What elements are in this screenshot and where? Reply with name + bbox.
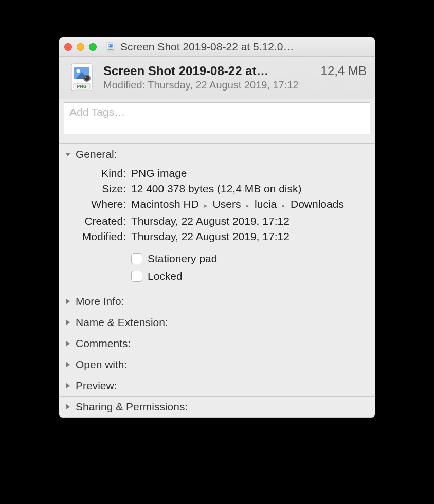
svg-marker-18	[66, 341, 70, 346]
section-header-name-ext[interactable]: Name & Extension:	[59, 312, 375, 333]
section-header-comments[interactable]: Comments:	[59, 333, 375, 354]
tags-input[interactable]	[64, 102, 370, 134]
disclosure-right-icon	[64, 319, 71, 326]
section-title: Sharing & Permissions:	[76, 401, 188, 413]
svg-text:PNG: PNG	[77, 84, 87, 89]
svg-marker-20	[66, 383, 70, 388]
close-icon[interactable]	[64, 43, 72, 51]
info-window: PNG Screen Shot 2019-08-22 at 5.12.0… PN…	[59, 37, 375, 418]
locked-row: Locked	[131, 270, 365, 282]
section-title: Comments:	[76, 337, 131, 350]
titlebar[interactable]: PNG Screen Shot 2019-08-22 at 5.12.0…	[59, 37, 375, 57]
section-title: Preview:	[76, 380, 117, 392]
file-size: 12,4 MB	[321, 64, 367, 78]
section-title: More Info:	[76, 295, 124, 308]
svg-marker-15	[65, 153, 70, 156]
modified-value: Thursday, 22 August 2019, 17:12	[148, 79, 298, 91]
svg-marker-16	[66, 299, 70, 304]
minimize-icon[interactable]	[77, 43, 84, 51]
section-more-info: More Info:	[59, 291, 375, 312]
modified-line: Modified: Thursday, 22 August 2019, 17:1…	[103, 79, 367, 91]
section-title: Name & Extension:	[76, 316, 168, 329]
section-title: General:	[76, 148, 117, 160]
section-header-open-with[interactable]: Open with:	[59, 354, 375, 375]
svg-marker-21	[66, 404, 70, 409]
section-header-general[interactable]: General:	[59, 144, 375, 165]
zoom-icon[interactable]	[89, 43, 97, 51]
stationery-label: Stationery pad	[148, 253, 217, 265]
svg-point-2	[109, 45, 110, 46]
stationery-checkbox[interactable]	[131, 253, 142, 264]
png-file-icon: PNG	[105, 42, 116, 52]
svg-marker-19	[66, 362, 70, 367]
row-size: Size: 12 400 378 bytes (12,4 MB on disk)	[69, 181, 365, 196]
kind-value: PNG image	[131, 166, 365, 181]
section-header-preview[interactable]: Preview:	[59, 375, 375, 396]
section-header-sharing[interactable]: Sharing & Permissions:	[59, 397, 375, 417]
section-general: General: Kind: PNG image Size: 12 400 37…	[59, 143, 375, 291]
section-preview: Preview:	[59, 375, 375, 396]
png-file-icon: PNG	[67, 63, 96, 92]
stationery-row: Stationery pad	[131, 253, 365, 265]
modified-label: Modified:	[103, 79, 145, 91]
disclosure-right-icon	[64, 298, 71, 305]
tags-area	[59, 99, 375, 143]
svg-point-11	[84, 76, 89, 81]
size-label: Size:	[69, 181, 126, 196]
size-value: 12 400 378 bytes (12,4 MB on disk)	[131, 181, 365, 196]
path-segment: lucia	[255, 198, 277, 210]
row-modified: Modified: Thursday, 22 August 2019, 17:1…	[69, 229, 365, 244]
section-open-with: Open with:	[59, 354, 375, 375]
disclosure-right-icon	[64, 403, 71, 410]
path-separator-icon: ▸	[280, 202, 287, 209]
created-value: Thursday, 22 August 2019, 17:12	[131, 213, 365, 229]
header: PNG Screen Shot 2019-08-22 at… 12,4 MB M…	[59, 57, 375, 99]
traffic-lights	[64, 43, 97, 51]
modified-value: Thursday, 22 August 2019, 17:12	[131, 229, 365, 244]
section-header-more-info[interactable]: More Info:	[59, 291, 375, 312]
section-comments: Comments:	[59, 333, 375, 354]
path-segment: Macintosh HD	[131, 198, 199, 210]
section-title: Open with:	[76, 358, 127, 371]
disclosure-right-icon	[64, 361, 71, 368]
disclosure-down-icon	[64, 151, 71, 158]
row-kind: Kind: PNG image	[69, 166, 365, 181]
svg-marker-17	[66, 320, 70, 325]
general-body: Kind: PNG image Size: 12 400 378 bytes (…	[59, 165, 375, 291]
where-label: Where:	[69, 196, 126, 213]
window-title: Screen Shot 2019-08-22 at 5.12.0…	[120, 41, 370, 53]
section-name-ext: Name & Extension:	[59, 312, 375, 333]
section-sharing: Sharing & Permissions:	[59, 396, 375, 418]
kind-label: Kind:	[69, 166, 126, 181]
path-separator-icon: ▸	[244, 202, 251, 209]
file-name: Screen Shot 2019-08-22 at…	[103, 64, 312, 78]
locked-label: Locked	[148, 270, 183, 282]
svg-text:PNG: PNG	[109, 49, 113, 51]
path-segment: Users	[213, 198, 241, 210]
svg-point-12	[85, 77, 87, 78]
path-segment: Downloads	[291, 198, 344, 210]
modified-label: Modified:	[69, 229, 126, 244]
row-where: Where: Macintosh HD ▸ Users ▸ lucia ▸ Do…	[69, 196, 365, 213]
disclosure-right-icon	[64, 382, 71, 389]
created-label: Created:	[69, 213, 126, 229]
svg-point-8	[77, 69, 80, 73]
locked-checkbox[interactable]	[131, 271, 142, 282]
where-value: Macintosh HD ▸ Users ▸ lucia ▸ Downloads	[131, 196, 365, 213]
disclosure-right-icon	[64, 340, 71, 347]
row-created: Created: Thursday, 22 August 2019, 17:12	[69, 213, 365, 229]
path-separator-icon: ▸	[202, 202, 210, 209]
